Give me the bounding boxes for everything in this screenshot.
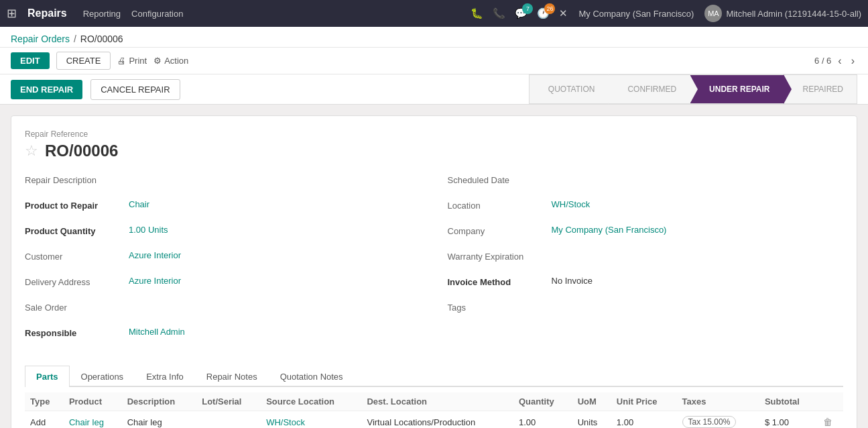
value-invoice-method: No Invoice <box>552 276 593 286</box>
cell-taxes: Tax 15.00% <box>677 411 759 429</box>
app-name: Repairs <box>27 7 67 19</box>
app-grid-icon[interactable]: ⊞ <box>7 6 17 21</box>
tax-badge[interactable]: Tax 15.00% <box>682 416 737 428</box>
label-company: Company <box>448 225 552 236</box>
nav-reporting[interactable]: Reporting <box>83 9 121 19</box>
top-navigation: ⊞ Repairs Reporting Configuration 🐛 📞 💬 … <box>0 0 868 27</box>
print-icon: 🖨 <box>117 56 126 66</box>
user-menu[interactable]: MA Mitchell Admin (12191444-15-0-all) <box>704 5 861 22</box>
label-customer: Customer <box>25 250 129 262</box>
pagination-text: 6 / 6 <box>814 56 831 66</box>
breadcrumb-current: RO/00006 <box>80 34 123 44</box>
value-responsible[interactable]: Mitchell Admin <box>129 327 185 337</box>
topbar-icons: 🐛 📞 💬 7 🕐 26 ✕ <box>471 7 568 19</box>
form-right-section: Scheduled Date Location WH/Stock Company… <box>448 174 844 352</box>
edit-button[interactable]: EDIT <box>11 52 50 69</box>
bug-icon[interactable]: 🐛 <box>471 7 483 19</box>
value-company[interactable]: My Company (San Francisco) <box>552 225 667 235</box>
status-step-repaired[interactable]: REPAIRED <box>784 74 857 104</box>
field-invoice-method: Invoice Method No Invoice <box>448 276 844 295</box>
label-responsible: Responsible <box>25 327 129 338</box>
toolbar: EDIT CREATE 🖨 Print ⚙ Action 6 / 6 ‹ › <box>0 48 868 74</box>
value-product-to-repair[interactable]: Chair <box>129 199 149 209</box>
field-delivery-address: Delivery Address Azure Interior <box>25 276 421 295</box>
status-steps: QUOTATION CONFIRMED UNDER REPAIR REPAIRE… <box>530 74 857 104</box>
cell-subtotal: $ 1.00 <box>759 411 818 429</box>
label-product-quantity: Product Quantity <box>25 225 129 236</box>
favorite-star-icon[interactable]: ☆ <box>25 142 38 160</box>
col-unit-price: Unit Price <box>611 392 677 411</box>
label-scheduled-date: Scheduled Date <box>448 174 552 185</box>
chat-badge: 7 <box>522 3 533 14</box>
value-customer[interactable]: Azure Interior <box>129 250 181 260</box>
breadcrumb-parent[interactable]: Repair Orders <box>11 34 70 44</box>
tab-repair-notes[interactable]: Repair Notes <box>195 366 269 387</box>
label-warranty-expiration: Warranty Expiration <box>448 250 552 262</box>
cell-dest-location: Virtual Locations/Production <box>361 411 513 429</box>
next-button[interactable]: › <box>849 55 857 67</box>
label-location: Location <box>448 199 552 211</box>
value-delivery-address[interactable]: Azure Interior <box>129 276 181 286</box>
print-label: Print <box>129 56 147 66</box>
field-location: Location WH/Stock <box>448 199 844 218</box>
clock-icon[interactable]: 🕐 26 <box>537 7 550 19</box>
status-step-confirmed[interactable]: CONFIRMED <box>608 74 690 104</box>
prev-button[interactable]: ‹ <box>835 55 844 67</box>
cell-description: Chair leg <box>122 411 197 429</box>
action-label: Action <box>164 56 188 66</box>
cell-product[interactable]: Chair leg <box>64 411 122 429</box>
status-step-under-repair[interactable]: UNDER REPAIR <box>690 74 784 104</box>
status-bar: END REPAIR CANCEL REPAIR QUOTATION CONFI… <box>0 74 868 105</box>
field-tags: Tags <box>448 301 844 320</box>
status-step-quotation[interactable]: QUOTATION <box>529 74 609 104</box>
col-uom: UoM <box>572 392 611 411</box>
gear-icon: ⚙ <box>153 56 162 66</box>
tab-extra-info[interactable]: Extra Info <box>135 366 195 387</box>
col-type: Type <box>25 392 64 411</box>
value-product-quantity[interactable]: 1.00 Units <box>129 225 168 235</box>
print-button[interactable]: 🖨 Print <box>117 56 147 66</box>
col-lot-serial: Lot/Serial <box>196 392 261 411</box>
delete-row-icon[interactable]: 🗑 <box>823 417 832 427</box>
label-product-to-repair: Product to Repair <box>25 199 129 211</box>
cell-lot-serial <box>196 411 261 429</box>
wrench-icon[interactable]: ✕ <box>559 7 568 19</box>
nav-configuration[interactable]: Configuration <box>131 9 183 19</box>
cell-unit-price: 1.00 <box>611 411 677 429</box>
label-sale-order: Sale Order <box>25 301 129 313</box>
cell-type: Add <box>25 411 64 429</box>
label-repair-description: Repair Description <box>25 174 129 185</box>
phone-icon[interactable]: 📞 <box>493 7 505 19</box>
chat-icon[interactable]: 💬 7 <box>515 7 528 19</box>
cell-quantity: 1.00 <box>513 411 572 429</box>
cell-uom: Units <box>572 411 611 429</box>
tab-quotation-notes[interactable]: Quotation Notes <box>269 366 355 387</box>
create-button[interactable]: CREATE <box>56 52 111 70</box>
label-delivery-address: Delivery Address <box>25 276 129 287</box>
field-warranty-expiration: Warranty Expiration <box>448 250 844 269</box>
cancel-repair-button[interactable]: CANCEL REPAIR <box>90 79 180 100</box>
cell-source-location[interactable]: WH/Stock <box>261 411 361 429</box>
tab-parts[interactable]: Parts <box>25 366 70 387</box>
col-quantity: Quantity <box>513 392 572 411</box>
col-product: Product <box>64 392 122 411</box>
form-grid: Repair Description Product to Repair Cha… <box>25 174 843 352</box>
field-product-quantity: Product Quantity 1.00 Units <box>25 225 421 244</box>
label-invoice-method: Invoice Method <box>448 276 552 287</box>
company-selector[interactable]: My Company (San Francisco) <box>578 9 694 19</box>
repair-ref-id: RO/00006 <box>45 142 118 160</box>
cell-delete: 🗑 <box>818 411 843 429</box>
form-card: Repair Reference ☆ RO/00006 Repair Descr… <box>11 115 857 428</box>
field-responsible: Responsible Mitchell Admin <box>25 327 421 345</box>
action-button[interactable]: ⚙ Action <box>153 56 188 66</box>
label-tags: Tags <box>448 301 552 313</box>
col-menu-header <box>818 392 843 411</box>
col-taxes: Taxes <box>677 392 759 411</box>
end-repair-button[interactable]: END REPAIR <box>11 80 82 99</box>
field-customer: Customer Azure Interior <box>25 250 421 269</box>
tab-operations[interactable]: Operations <box>70 366 135 387</box>
value-location[interactable]: WH/Stock <box>552 199 591 209</box>
repair-ref-label: Repair Reference <box>25 129 843 139</box>
repair-ref-title: ☆ RO/00006 <box>25 142 843 160</box>
field-scheduled-date: Scheduled Date <box>448 174 844 193</box>
